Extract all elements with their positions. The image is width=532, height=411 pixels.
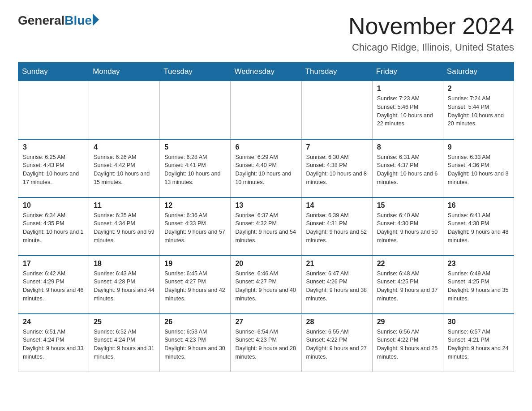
day-number: 10	[23, 201, 84, 210]
day-number: 12	[164, 201, 226, 210]
logo-blue-part: Blue	[64, 13, 99, 28]
day-number: 2	[448, 85, 509, 93]
day-info: Sunrise: 6:26 AMSunset: 4:42 PMDaylight:…	[94, 153, 155, 187]
table-row: 25 Sunrise: 6:52 AMSunset: 4:24 PMDaylig…	[89, 314, 160, 372]
day-info: Sunrise: 6:31 AMSunset: 4:37 PMDaylight:…	[377, 153, 438, 187]
day-number: 16	[448, 201, 509, 210]
table-row: 24 Sunrise: 6:51 AMSunset: 4:24 PMDaylig…	[18, 314, 89, 372]
day-info: Sunrise: 6:29 AMSunset: 4:40 PMDaylight:…	[235, 153, 296, 187]
day-info: Sunrise: 6:41 AMSunset: 4:30 PMDaylight:…	[448, 211, 509, 245]
table-row: 16 Sunrise: 6:41 AMSunset: 4:30 PMDaylig…	[443, 197, 514, 256]
table-row: 15 Sunrise: 6:40 AMSunset: 4:30 PMDaylig…	[372, 197, 443, 256]
day-info: Sunrise: 6:40 AMSunset: 4:30 PMDaylight:…	[377, 211, 438, 245]
day-number: 1	[377, 85, 438, 93]
table-row: 11 Sunrise: 6:35 AMSunset: 4:34 PMDaylig…	[89, 197, 160, 256]
day-info: Sunrise: 6:39 AMSunset: 4:31 PMDaylight:…	[306, 211, 368, 245]
table-row	[301, 81, 372, 139]
table-row: 23 Sunrise: 6:49 AMSunset: 4:25 PMDaylig…	[443, 256, 514, 314]
day-info: Sunrise: 6:55 AMSunset: 4:22 PMDaylight:…	[306, 328, 368, 361]
table-row	[18, 81, 89, 139]
day-number: 5	[164, 143, 226, 151]
day-number: 13	[235, 201, 296, 210]
calendar-week-row: 1 Sunrise: 7:23 AMSunset: 5:46 PMDayligh…	[18, 81, 514, 139]
day-number: 27	[235, 318, 296, 326]
header-sunday: Sunday	[18, 63, 89, 81]
day-info: Sunrise: 7:23 AMSunset: 5:46 PMDaylight:…	[377, 94, 438, 128]
day-info: Sunrise: 6:36 AMSunset: 4:33 PMDaylight:…	[164, 211, 226, 245]
calendar-week-row: 24 Sunrise: 6:51 AMSunset: 4:24 PMDaylig…	[18, 314, 514, 372]
day-number: 22	[377, 260, 438, 268]
day-number: 7	[306, 143, 368, 151]
table-row: 4 Sunrise: 6:26 AMSunset: 4:42 PMDayligh…	[89, 139, 160, 197]
day-info: Sunrise: 6:35 AMSunset: 4:34 PMDaylight:…	[94, 211, 155, 245]
day-info: Sunrise: 6:34 AMSunset: 4:35 PMDaylight:…	[23, 211, 84, 245]
table-row: 9 Sunrise: 6:33 AMSunset: 4:36 PMDayligh…	[443, 139, 514, 197]
location-subtitle: Chicago Ridge, Illinois, United States	[348, 42, 514, 53]
day-number: 25	[94, 318, 155, 326]
table-row: 22 Sunrise: 6:48 AMSunset: 4:25 PMDaylig…	[372, 256, 443, 314]
day-info: Sunrise: 6:51 AMSunset: 4:24 PMDaylight:…	[23, 328, 84, 361]
logo-general-text: General	[18, 13, 64, 28]
table-row: 3 Sunrise: 6:25 AMSunset: 4:43 PMDayligh…	[18, 139, 89, 197]
table-row: 12 Sunrise: 6:36 AMSunset: 4:33 PMDaylig…	[160, 197, 231, 256]
table-row: 10 Sunrise: 6:34 AMSunset: 4:35 PMDaylig…	[18, 197, 89, 256]
day-number: 4	[94, 143, 155, 151]
day-info: Sunrise: 6:25 AMSunset: 4:43 PMDaylight:…	[23, 153, 84, 187]
day-number: 20	[235, 260, 296, 268]
day-number: 9	[448, 143, 509, 151]
table-row: 1 Sunrise: 7:23 AMSunset: 5:46 PMDayligh…	[372, 81, 443, 139]
day-info: Sunrise: 6:43 AMSunset: 4:28 PMDaylight:…	[94, 270, 155, 303]
day-number: 28	[306, 318, 368, 326]
day-info: Sunrise: 6:53 AMSunset: 4:23 PMDaylight:…	[164, 328, 226, 361]
table-row: 19 Sunrise: 6:45 AMSunset: 4:27 PMDaylig…	[160, 256, 231, 314]
table-row: 7 Sunrise: 6:30 AMSunset: 4:38 PMDayligh…	[301, 139, 372, 197]
day-number: 8	[377, 143, 438, 151]
header-friday: Friday	[372, 63, 443, 81]
header: General Blue November 2024 Chicago Ridge…	[18, 13, 514, 53]
header-tuesday: Tuesday	[160, 63, 231, 81]
day-info: Sunrise: 6:57 AMSunset: 4:21 PMDaylight:…	[448, 328, 509, 361]
day-info: Sunrise: 6:30 AMSunset: 4:38 PMDaylight:…	[306, 153, 368, 187]
calendar-week-row: 3 Sunrise: 6:25 AMSunset: 4:43 PMDayligh…	[18, 139, 514, 197]
table-row	[231, 81, 301, 139]
day-info: Sunrise: 6:47 AMSunset: 4:26 PMDaylight:…	[306, 270, 368, 303]
table-row: 29 Sunrise: 6:56 AMSunset: 4:22 PMDaylig…	[372, 314, 443, 372]
day-number: 19	[164, 260, 226, 268]
day-info: Sunrise: 6:48 AMSunset: 4:25 PMDaylight:…	[377, 270, 438, 303]
day-info: Sunrise: 6:37 AMSunset: 4:32 PMDaylight:…	[235, 211, 296, 245]
table-row: 26 Sunrise: 6:53 AMSunset: 4:23 PMDaylig…	[160, 314, 231, 372]
table-row: 2 Sunrise: 7:24 AMSunset: 5:44 PMDayligh…	[443, 81, 514, 139]
day-info: Sunrise: 6:56 AMSunset: 4:22 PMDaylight:…	[377, 328, 438, 361]
day-info: Sunrise: 6:52 AMSunset: 4:24 PMDaylight:…	[94, 328, 155, 361]
day-info: Sunrise: 7:24 AMSunset: 5:44 PMDaylight:…	[448, 94, 509, 128]
days-header-row: Sunday Monday Tuesday Wednesday Thursday…	[18, 63, 514, 81]
table-row: 14 Sunrise: 6:39 AMSunset: 4:31 PMDaylig…	[301, 197, 372, 256]
day-number: 6	[235, 143, 296, 151]
table-row: 27 Sunrise: 6:54 AMSunset: 4:23 PMDaylig…	[231, 314, 301, 372]
day-number: 24	[23, 318, 84, 326]
table-row: 18 Sunrise: 6:43 AMSunset: 4:28 PMDaylig…	[89, 256, 160, 314]
table-row: 6 Sunrise: 6:29 AMSunset: 4:40 PMDayligh…	[231, 139, 301, 197]
day-number: 3	[23, 143, 84, 151]
day-info: Sunrise: 6:46 AMSunset: 4:27 PMDaylight:…	[235, 270, 296, 303]
table-row: 8 Sunrise: 6:31 AMSunset: 4:37 PMDayligh…	[372, 139, 443, 197]
day-info: Sunrise: 6:33 AMSunset: 4:36 PMDaylight:…	[448, 153, 509, 187]
header-wednesday: Wednesday	[231, 63, 301, 81]
logo-blue-text: Blue	[64, 13, 92, 28]
day-info: Sunrise: 6:42 AMSunset: 4:29 PMDaylight:…	[23, 270, 84, 303]
table-row: 13 Sunrise: 6:37 AMSunset: 4:32 PMDaylig…	[231, 197, 301, 256]
day-number: 18	[94, 260, 155, 268]
calendar-table: Sunday Monday Tuesday Wednesday Thursday…	[18, 62, 514, 372]
day-number: 17	[23, 260, 84, 268]
header-saturday: Saturday	[443, 63, 514, 81]
table-row: 5 Sunrise: 6:28 AMSunset: 4:41 PMDayligh…	[160, 139, 231, 197]
header-thursday: Thursday	[301, 63, 372, 81]
day-info: Sunrise: 6:45 AMSunset: 4:27 PMDaylight:…	[164, 270, 226, 303]
month-title: November 2024	[348, 13, 514, 39]
day-number: 23	[448, 260, 509, 268]
day-number: 14	[306, 201, 368, 210]
calendar-week-row: 17 Sunrise: 6:42 AMSunset: 4:29 PMDaylig…	[18, 256, 514, 314]
table-row	[89, 81, 160, 139]
table-row: 28 Sunrise: 6:55 AMSunset: 4:22 PMDaylig…	[301, 314, 372, 372]
calendar-week-row: 10 Sunrise: 6:34 AMSunset: 4:35 PMDaylig…	[18, 197, 514, 256]
